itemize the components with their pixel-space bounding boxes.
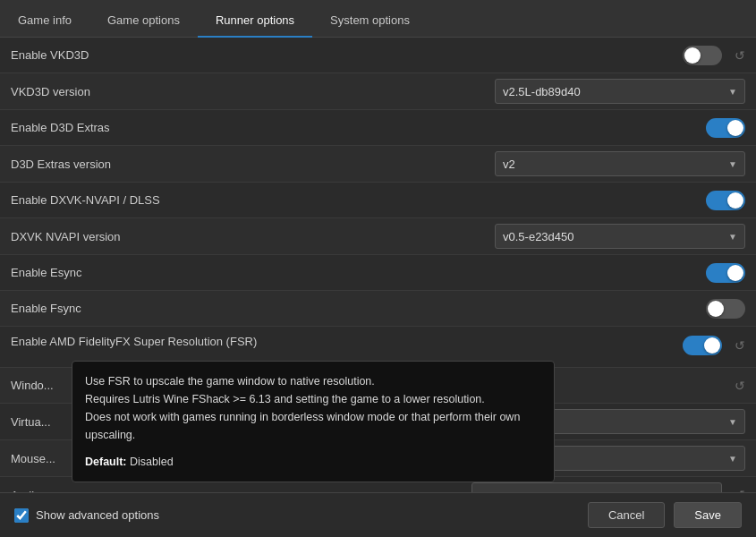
row-enable-dxvk-nvapi: Enable DXVK-NVAPI / DLSS bbox=[0, 183, 756, 218]
tab-bar: Game info Game options Runner options Sy… bbox=[0, 0, 756, 38]
footer-left: Show advanced options bbox=[14, 508, 159, 523]
control-enable-vkd3d: ↺ bbox=[683, 46, 745, 65]
dropdown-value: v2 bbox=[503, 158, 515, 171]
tab-runner-options[interactable]: Runner options bbox=[198, 4, 312, 38]
label-enable-esync: Enable Esync bbox=[11, 266, 706, 279]
dropdown-value: v2.5L-db89d40 bbox=[503, 85, 581, 98]
dropdown-vkd3d-version[interactable]: v2.5L-db89d40 ▼ bbox=[495, 79, 745, 104]
tooltip-line2: Requires Lutris Wine FShack >= 6.13 and … bbox=[85, 390, 541, 408]
row-enable-fsync: Enable Fsync bbox=[0, 291, 756, 327]
toggle-enable-dxvk-nvapi[interactable] bbox=[706, 191, 745, 210]
control-enable-esync bbox=[706, 263, 745, 283]
row-d3d-extras-version: D3D Extras version v2 ▼ bbox=[0, 146, 756, 183]
label-enable-vkd3d: Enable VKD3D bbox=[11, 48, 683, 62]
control-enable-dxvk-nvapi bbox=[706, 191, 745, 210]
save-button[interactable]: Save bbox=[674, 502, 742, 528]
control-vkd3d-version: v2.5L-db89d40 ▼ bbox=[495, 79, 745, 104]
label-dxvk-nvapi-version: DXVK NVAPI version bbox=[11, 230, 495, 243]
chevron-down-icon: ▼ bbox=[728, 417, 737, 427]
row-vkd3d-version: VKD3D version v2.5L-db89d40 ▼ bbox=[0, 73, 756, 110]
control-d3d-extras-version: v2 ▼ bbox=[495, 151, 745, 176]
tooltip-default: Default: Disabled bbox=[85, 453, 541, 471]
chevron-down-icon: ▼ bbox=[728, 454, 737, 464]
app-window: Game info Game options Runner options Sy… bbox=[0, 0, 756, 537]
chevron-down-icon: ▼ bbox=[728, 159, 737, 169]
toggle-enable-fsync[interactable] bbox=[706, 299, 745, 319]
dropdown-dxvk-nvapi-version[interactable]: v0.5-e23d450 ▼ bbox=[495, 224, 745, 249]
footer: Show advanced options Cancel Save bbox=[0, 492, 756, 537]
tab-game-options[interactable]: Game options bbox=[89, 4, 198, 38]
tooltip-line3: Does not work with games running in bord… bbox=[85, 408, 541, 444]
label-enable-dxvk-nvapi: Enable DXVK-NVAPI / DLSS bbox=[11, 193, 706, 207]
label-vkd3d-version: VKD3D version bbox=[11, 85, 495, 98]
row-enable-vkd3d: Enable VKD3D ↺ bbox=[0, 38, 756, 73]
label-enable-fsr: Enable AMD FidelityFX Super Resolution (… bbox=[11, 334, 683, 350]
advanced-options-checkbox[interactable] bbox=[14, 508, 29, 523]
control-dxvk-nvapi-version: v0.5-e23d450 ▼ bbox=[495, 224, 745, 249]
dropdown-audio[interactable]: ▼ bbox=[471, 482, 722, 492]
chevron-down-icon: ▼ bbox=[705, 490, 714, 493]
dropdown-value: v0.5-e23d450 bbox=[503, 230, 574, 243]
label-d3d-extras-version: D3D Extras version bbox=[11, 158, 495, 171]
tooltip-line1: Use FSR to upscale the game window to na… bbox=[85, 372, 541, 390]
control-audio: ▼ ↺ bbox=[471, 482, 745, 492]
row-dxvk-nvapi-version: DXVK NVAPI version v0.5-e23d450 ▼ bbox=[0, 218, 756, 255]
row-enable-d3d-extras: Enable D3D Extras bbox=[0, 110, 756, 146]
toggle-enable-d3d-extras[interactable] bbox=[706, 118, 745, 138]
toggle-enable-esync[interactable] bbox=[706, 263, 745, 283]
tab-system-options[interactable]: System options bbox=[312, 4, 428, 38]
advanced-options-label: Show advanced options bbox=[36, 508, 159, 522]
toggle-enable-vkd3d[interactable] bbox=[683, 46, 722, 65]
tab-game-info[interactable]: Game info bbox=[0, 4, 89, 38]
toggle-enable-fsr[interactable] bbox=[683, 336, 722, 355]
chevron-down-icon: ▼ bbox=[728, 232, 737, 242]
label-audio: Audio... bbox=[11, 489, 471, 493]
row-enable-fsr: Enable AMD FidelityFX Super Resolution (… bbox=[0, 327, 756, 368]
chevron-down-icon: ▼ bbox=[728, 87, 737, 97]
cancel-button[interactable]: Cancel bbox=[588, 502, 665, 528]
label-enable-fsync: Enable Fsync bbox=[11, 302, 706, 315]
fsr-tooltip: Use FSR to upscale the game window to na… bbox=[72, 361, 555, 482]
reset-icon-audio[interactable]: ↺ bbox=[735, 488, 745, 492]
label-enable-d3d-extras: Enable D3D Extras bbox=[11, 121, 706, 134]
control-windo: ↺ bbox=[727, 379, 745, 393]
dropdown-d3d-extras-version[interactable]: v2 ▼ bbox=[495, 151, 745, 176]
footer-buttons: Cancel Save bbox=[588, 502, 742, 528]
control-enable-fsr: ↺ bbox=[683, 336, 745, 355]
control-enable-fsync bbox=[706, 299, 745, 319]
reset-icon-windo[interactable]: ↺ bbox=[735, 379, 745, 393]
reset-icon-fsr[interactable]: ↺ bbox=[735, 338, 745, 353]
row-enable-esync: Enable Esync bbox=[0, 255, 756, 291]
reset-icon-vkd3d[interactable]: ↺ bbox=[735, 48, 745, 63]
control-enable-d3d-extras bbox=[706, 118, 745, 138]
content-area: Enable VKD3D ↺ VKD3D version v2.5L-db89d… bbox=[0, 38, 756, 492]
